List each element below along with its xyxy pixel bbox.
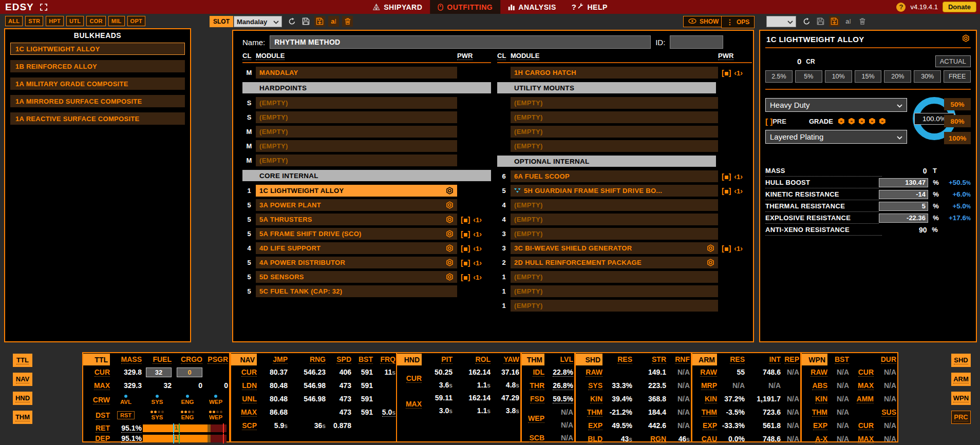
power-toggle-icon[interactable]: []	[722, 244, 731, 253]
module-row[interactable]: 55C FUEL TANK (CAP: 32)	[242, 285, 491, 297]
rename-icon[interactable]: aI	[328, 16, 339, 27]
module-cell[interactable]: 3A POWER PLANT	[256, 199, 457, 211]
module-row[interactable]: (EMPTY)	[497, 111, 752, 123]
delete-icon[interactable]	[857, 16, 868, 27]
power-toggle-icon[interactable]: []	[722, 172, 731, 181]
module-row[interactable]: 55H GUARDIAN FRAME SHIFT DRIVE BO...[]‹1…	[497, 185, 752, 197]
engineering-icon[interactable]	[446, 216, 454, 223]
power-toggle-icon[interactable]: []	[461, 229, 470, 239]
table-tab-arm[interactable]: ARM	[692, 354, 717, 365]
col-header-module[interactable]: MODULE	[511, 52, 539, 60]
filter-button-opt[interactable]: OPT	[127, 16, 146, 26]
bulkhead-item[interactable]: 1A REACTIVE SURFACE COMPOSITE	[10, 112, 185, 125]
module-row[interactable]: 44D LIFE SUPPORT[]‹1›	[242, 242, 491, 254]
tab-analysis[interactable]: ANALYSIS	[500, 0, 564, 14]
module-row[interactable]: 55D SENSORS[]‹1›	[242, 271, 491, 283]
tab-help[interactable]: ?HELP	[564, 0, 615, 14]
power-toggle-icon[interactable]: []	[722, 68, 731, 78]
grade-pip[interactable]	[869, 118, 875, 125]
module-row[interactable]: 33C BI-WEAVE SHIELD GENERATOR[]‹1›	[497, 242, 752, 254]
grade-pip[interactable]	[879, 118, 885, 125]
power-toggle-icon[interactable]: []	[461, 244, 470, 253]
bulkhead-item[interactable]: 1A MILITARY GRADE COMPOSITE	[10, 78, 185, 90]
module-cell[interactable]: (EMPTY)	[511, 126, 718, 138]
crew-indicator[interactable]: SYS	[150, 411, 164, 420]
save-new-icon[interactable]	[314, 16, 325, 27]
module-cell[interactable]: (EMPTY)	[511, 199, 718, 211]
filter-button-hpt[interactable]: HPT	[46, 16, 64, 26]
stat-input[interactable]	[879, 202, 928, 211]
col-header-module[interactable]: MODULE	[256, 52, 285, 60]
help-badge-icon[interactable]: ?	[896, 3, 906, 12]
module-row[interactable]: M(EMPTY)	[242, 140, 491, 152]
module-row[interactable]: S(EMPTY)	[242, 97, 491, 109]
module-row[interactable]: 1(EMPTY)	[497, 285, 752, 297]
tab-shipyard[interactable]: SHIPYARD	[365, 0, 430, 14]
distributor-pips[interactable]	[150, 411, 164, 413]
table-tab-thm[interactable]: THM	[522, 354, 544, 365]
module-cell[interactable]: (EMPTY)	[511, 111, 718, 123]
module-cell[interactable]: (EMPTY)	[256, 126, 457, 138]
engineering-icon[interactable]	[446, 230, 454, 238]
power-toggle-icon[interactable]: []	[461, 273, 470, 282]
module-row[interactable]: 54A POWER DISTRIBUTOR[]‹1›	[242, 257, 491, 268]
roll-button-80[interactable]: 80%	[944, 115, 971, 127]
engineering-icon[interactable]	[707, 259, 714, 266]
power-priority[interactable]: ‹1›	[473, 229, 482, 239]
power-priority[interactable]: ‹1›	[473, 244, 482, 253]
build-name-input[interactable]	[270, 35, 651, 49]
discount-button-15[interactable]: 15%	[855, 70, 882, 83]
rename-icon[interactable]: aI	[843, 16, 854, 27]
stat-group-button-arm[interactable]: ARM	[951, 373, 971, 386]
discount-button-2.5[interactable]: 2.5%	[765, 70, 793, 83]
module-row[interactable]: 3(EMPTY)	[497, 228, 752, 240]
discount-button-10[interactable]: 10%	[825, 70, 852, 83]
module-row[interactable]: 53A POWER PLANT	[242, 199, 491, 211]
module-cell[interactable]: 5A FRAME SHIFT DRIVE (SCO)	[256, 228, 457, 240]
stat-input[interactable]	[879, 190, 928, 199]
save-icon[interactable]	[815, 16, 826, 27]
reset-button[interactable]: RST	[117, 411, 135, 419]
module-row[interactable]: 22D HULL REINFORCEMENT PACKAGE	[497, 257, 752, 268]
engineering-icon[interactable]	[707, 244, 714, 252]
module-row[interactable]: 55A THRUSTERS[]‹1›	[242, 214, 491, 225]
module-cell[interactable]: (EMPTY)	[256, 111, 457, 123]
module-row[interactable]: 11C LIGHTWEIGHT ALLOY	[242, 185, 491, 197]
show-button[interactable]: SHOW	[683, 16, 724, 27]
engineering-icon[interactable]	[962, 34, 970, 44]
engineering-icon[interactable]	[446, 273, 454, 281]
col-header-pwr[interactable]: PWR	[718, 52, 733, 60]
bulkhead-item[interactable]: 1C LIGHTWEIGHT ALLOY	[10, 43, 185, 55]
module-row[interactable]: 4(EMPTY)	[497, 214, 752, 225]
module-cell[interactable]: (EMPTY)	[511, 271, 718, 283]
table-cell-input[interactable]	[177, 367, 202, 377]
slot-button[interactable]: SLOT	[210, 16, 233, 27]
stat-group-button-hnd[interactable]: HND	[13, 392, 32, 405]
module-cell[interactable]: 1H CARGO HATCH	[511, 67, 718, 79]
module-row[interactable]: (EMPTY)	[497, 126, 752, 138]
module-row[interactable]: 1(EMPTY)	[497, 300, 752, 312]
table-tab-shd[interactable]: SHD	[576, 354, 602, 365]
power-priority[interactable]: ‹1›	[734, 244, 743, 253]
engineering-icon[interactable]	[446, 201, 454, 209]
pre-checkbox[interactable]: [ ]	[765, 117, 772, 126]
delete-icon[interactable]	[342, 16, 353, 27]
module-row[interactable]: 55A FRAME SHIFT DRIVE (SCO)[]‹1›	[242, 228, 491, 240]
stat-input[interactable]	[879, 214, 928, 223]
module-cell[interactable]: 5A THRUSTERS	[256, 214, 457, 225]
table-tab-ttl[interactable]: TTL	[83, 354, 110, 365]
distributor-pips[interactable]	[181, 411, 194, 413]
filter-button-mil[interactable]: MIL	[108, 16, 125, 26]
filter-button-all[interactable]: ALL	[5, 16, 23, 26]
engineering-icon[interactable]	[446, 187, 454, 195]
discount-button-free[interactable]: FREE	[944, 70, 971, 83]
module-cell[interactable]: 5H GUARDIAN FRAME SHIFT DRIVE BO...	[511, 185, 718, 197]
module-cell[interactable]: 4A POWER DISTRIBUTOR	[256, 257, 457, 268]
module-row[interactable]: 1H CARGO HATCH[]‹1›	[497, 67, 752, 79]
module-cell[interactable]: 4D LIFE SUPPORT	[256, 242, 457, 254]
grade-pip[interactable]	[849, 118, 855, 125]
filter-button-cor[interactable]: COR	[86, 16, 105, 26]
grade-pip[interactable]	[838, 118, 844, 125]
stat-group-button-shd[interactable]: SHD	[951, 354, 971, 367]
module-cell[interactable]: (EMPTY)	[256, 154, 457, 166]
